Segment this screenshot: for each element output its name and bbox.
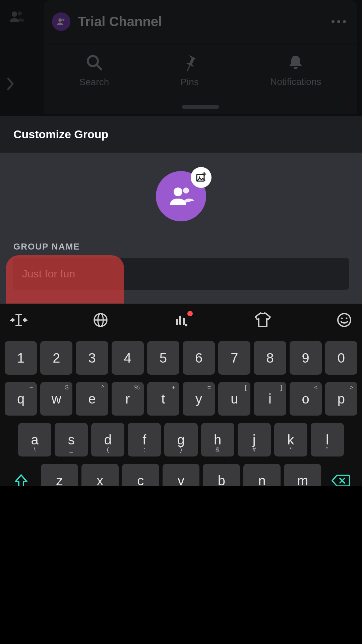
key-j[interactable]: j# bbox=[238, 423, 271, 457]
key-y[interactable]: y= bbox=[183, 382, 215, 416]
voice-input-icon[interactable] bbox=[173, 313, 189, 328]
pins-action[interactable]: Pins bbox=[180, 53, 198, 88]
key-8[interactable]: 8 bbox=[254, 341, 286, 375]
key-9[interactable]: 9 bbox=[290, 341, 322, 375]
key-o[interactable]: o< bbox=[290, 382, 322, 416]
notifications-action[interactable]: Notifications bbox=[270, 54, 321, 87]
emoji-icon[interactable] bbox=[337, 312, 352, 329]
svg-point-21 bbox=[185, 324, 187, 326]
key-f[interactable]: f: bbox=[128, 423, 161, 457]
sheet-drag-handle[interactable] bbox=[182, 105, 219, 109]
svg-point-23 bbox=[341, 317, 343, 319]
key-t[interactable]: t+ bbox=[147, 382, 179, 416]
key-0[interactable]: 0 bbox=[325, 341, 357, 375]
channel-title: Trial Channel bbox=[78, 14, 328, 29]
svg-point-0 bbox=[12, 11, 17, 17]
svg-point-6 bbox=[174, 187, 182, 196]
notification-dot bbox=[187, 311, 193, 316]
upload-image-icon[interactable] bbox=[191, 167, 212, 188]
key-v[interactable]: v! bbox=[163, 464, 200, 486]
key-z[interactable]: z@ bbox=[41, 464, 78, 486]
channel-info-panel: Trial Channel Search Pins Notifications bbox=[44, 0, 357, 114]
key-3[interactable]: 3 bbox=[76, 341, 108, 375]
shift-key[interactable] bbox=[5, 464, 38, 486]
key-c[interactable]: c bbox=[122, 464, 159, 486]
svg-point-7 bbox=[183, 187, 189, 194]
key-x[interactable]: x' bbox=[81, 464, 119, 486]
globe-language-icon[interactable] bbox=[93, 312, 108, 329]
key-6[interactable]: 6 bbox=[183, 341, 215, 375]
channel-avatar-icon bbox=[52, 12, 70, 31]
key-w[interactable]: w$ bbox=[40, 382, 72, 416]
key-l[interactable]: l" bbox=[311, 423, 344, 457]
key-k[interactable]: k* bbox=[274, 423, 307, 457]
svg-point-22 bbox=[338, 314, 351, 326]
svg-rect-18 bbox=[176, 319, 178, 325]
cursor-move-icon[interactable] bbox=[10, 313, 27, 329]
svg-point-1 bbox=[18, 11, 22, 15]
sheet-header: Customize Group bbox=[0, 116, 362, 153]
key-i[interactable]: i] bbox=[254, 382, 286, 416]
server-sidebar bbox=[0, 0, 39, 114]
group-name-field-label: GROUP NAME bbox=[13, 241, 362, 252]
chevron-forward-icon[interactable] bbox=[7, 77, 15, 94]
svg-point-24 bbox=[346, 317, 348, 319]
pins-label: Pins bbox=[180, 77, 198, 88]
key-p[interactable]: p> bbox=[325, 382, 357, 416]
key-n[interactable]: n bbox=[243, 464, 281, 486]
search-action[interactable]: Search bbox=[79, 53, 109, 88]
backspace-key[interactable] bbox=[324, 464, 357, 486]
svg-rect-20 bbox=[183, 318, 185, 325]
key-r[interactable]: r% bbox=[112, 382, 144, 416]
dm-home-icon[interactable] bbox=[8, 10, 24, 25]
group-name-input[interactable] bbox=[13, 258, 349, 290]
svg-line-5 bbox=[97, 65, 101, 69]
key-g[interactable]: g) bbox=[164, 423, 197, 457]
sheet-title: Customize Group bbox=[13, 128, 108, 141]
svg-point-3 bbox=[62, 18, 64, 20]
key-4[interactable]: 4 bbox=[112, 341, 144, 375]
key-u[interactable]: u[ bbox=[218, 382, 250, 416]
key-s[interactable]: s_ bbox=[55, 423, 88, 457]
svg-rect-19 bbox=[179, 316, 181, 325]
key-b[interactable]: b bbox=[203, 464, 240, 486]
theme-tshirt-icon[interactable] bbox=[254, 312, 272, 329]
key-d[interactable]: d( bbox=[91, 423, 124, 457]
key-e[interactable]: e^ bbox=[76, 382, 108, 416]
search-label: Search bbox=[79, 77, 109, 88]
key-q[interactable]: q~ bbox=[5, 382, 37, 416]
key-5[interactable]: 5 bbox=[147, 341, 179, 375]
key-m[interactable]: m° bbox=[284, 464, 321, 486]
soft-keyboard: 1234567890 q~w$e^r%t+y=u[i]o<p> a\s_d(f:… bbox=[0, 304, 362, 486]
group-avatar-picker[interactable] bbox=[156, 171, 206, 221]
svg-point-9 bbox=[199, 176, 200, 178]
more-options-button[interactable] bbox=[328, 12, 349, 32]
key-2[interactable]: 2 bbox=[40, 341, 72, 375]
key-h[interactable]: h& bbox=[201, 423, 234, 457]
notifications-label: Notifications bbox=[270, 76, 321, 87]
key-a[interactable]: a\ bbox=[18, 423, 51, 457]
key-7[interactable]: 7 bbox=[218, 341, 250, 375]
key-1[interactable]: 1 bbox=[5, 341, 37, 375]
svg-point-2 bbox=[58, 18, 62, 22]
